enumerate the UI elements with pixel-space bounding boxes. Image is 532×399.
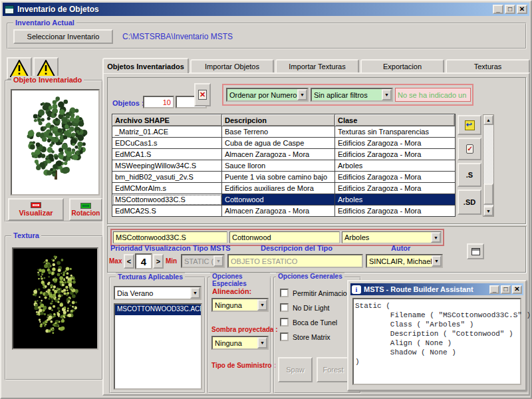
cell-descripcion[interactable]: Puente 1 via sobre camino bajo: [222, 172, 335, 183]
s-file-button[interactable]: .S: [458, 163, 481, 187]
chevron-down-icon[interactable]: ▼: [382, 89, 392, 100]
checkbox-icon[interactable]: [280, 318, 289, 327]
scrollbar-thumb[interactable]: [483, 184, 493, 205]
delete-object-button[interactable]: [194, 83, 211, 106]
cell-descripcion[interactable]: Almacen Zaragoza - Mora: [222, 149, 335, 160]
cell-clase[interactable]: Arboles: [335, 194, 455, 205]
priority-increase-button[interactable]: >: [153, 254, 164, 269]
cell-archivo[interactable]: bm_hidB02_vasuti_2v.S: [112, 172, 222, 183]
cell-clase[interactable]: Edificios Zaragoza - Mora: [335, 172, 455, 183]
tab-importar-objetos[interactable]: Importar Objetos: [190, 59, 274, 72]
rba-title-bar[interactable]: i MSTS - Route Builder Assistant _ □ ✕: [350, 283, 523, 295]
cell-clase[interactable]: Arboles: [335, 160, 455, 172]
minimize-button[interactable]: _: [493, 5, 503, 14]
table-row[interactable]: EDCuCas1.s Cuba de agua de Caspe Edifici…: [112, 138, 455, 149]
cell-archivo[interactable]: EdMCA2S.S: [112, 205, 222, 217]
scroll-down-icon[interactable]: ▼: [483, 206, 493, 216]
tab-importar-texturas[interactable]: Importar Texturas: [275, 59, 359, 72]
filter-text-input[interactable]: No se ha indicado un text: [395, 88, 471, 102]
sd-file-button[interactable]: .SD: [458, 190, 481, 215]
rba-code-view[interactable]: Static ( Filename ( "MSCottonwood33C.S" …: [352, 298, 521, 385]
cell-descripcion[interactable]: Cottonwood: [222, 194, 335, 205]
rba-maximize-button[interactable]: □: [501, 285, 511, 294]
chevron-down-icon[interactable]: ▼: [257, 337, 267, 348]
shape-field[interactable]: MSCottonwood33C.S: [113, 231, 227, 243]
clase-dropdown[interactable]: Arboles ▼: [342, 231, 442, 243]
chevron-down-icon[interactable]: ▼: [257, 299, 267, 311]
open-shape-button[interactable]: [458, 115, 481, 135]
column-header[interactable]: Archivo SHAPE: [112, 114, 222, 126]
cell-descripcion[interactable]: Base Terreno: [222, 126, 335, 138]
table-row[interactable]: MSWeepingWillow34C.S Sauce lloron Arbole…: [112, 160, 455, 172]
texture-list-item-selected[interactable]: MSCOTTONWOOD33C.ACE: [115, 305, 201, 315]
title-bar[interactable]: Inventario de Objetos _ □ ✕: [3, 3, 529, 16]
tab-texturas[interactable]: Texturas: [446, 59, 530, 72]
checkbox-icon[interactable]: [280, 289, 289, 297]
maximize-button[interactable]: □: [505, 5, 515, 14]
checkbox-no-dir-light[interactable]: No Dir Light: [280, 303, 329, 312]
cell-clase[interactable]: Edificios Zaragoza - Mora: [335, 183, 455, 194]
cell-clase[interactable]: Edificios Zaragoza - Mora: [335, 138, 455, 149]
form-tool-button[interactable]: [467, 243, 484, 259]
cell-archivo[interactable]: EDCuCas1.s: [112, 138, 222, 149]
clipboard-check-icon: [466, 144, 473, 154]
close-button[interactable]: ✕: [517, 5, 527, 14]
checkbox-store-matrix[interactable]: Store Matrix: [280, 332, 331, 341]
table-row[interactable]: bm_hidB02_vasuti_2v.S Puente 1 via sobre…: [112, 172, 455, 183]
chevron-down-icon[interactable]: ▼: [432, 255, 442, 267]
checkbox-boca-de-tunel[interactable]: Boca de Tunel: [280, 318, 337, 327]
table-row-selected[interactable]: MSCottonwood33C.S Cottonwood Arboles: [112, 194, 455, 205]
texture-list[interactable]: MSCOTTONWOOD33C.ACE: [114, 303, 202, 390]
sort-dropdown[interactable]: Ordenar por Numero ▼: [226, 88, 309, 102]
alineacion-dropdown[interactable]: Ninguna ▼: [211, 298, 269, 312]
seleccionar-inventario-button[interactable]: Seleccionar Inventario: [13, 29, 113, 44]
cell-descripcion[interactable]: Edificios auxiliares de Mora: [222, 183, 335, 194]
cell-clase[interactable]: Edificios Zaragoza - Mora: [335, 149, 455, 160]
rotacion-button[interactable]: Rotacion: [69, 198, 102, 221]
spaw-button[interactable]: Spaw: [278, 357, 313, 382]
checkbox-icon[interactable]: [280, 303, 289, 312]
checkbox-permitir-animacion[interactable]: Permitir Animacion: [280, 289, 351, 297]
sombra-dropdown[interactable]: Ninguna ▼: [211, 336, 269, 350]
chevron-down-icon[interactable]: ▼: [190, 287, 200, 299]
scroll-up-icon[interactable]: ▲: [483, 115, 493, 125]
tab-objetos-inventariados[interactable]: Objetos Inventariados: [102, 58, 189, 73]
tab-exportacion[interactable]: Exportacion: [360, 59, 444, 72]
visualizar-button[interactable]: Visualizar: [8, 198, 64, 221]
rba-minimize-button[interactable]: _: [489, 285, 499, 294]
cell-archivo[interactable]: EdMCMorAlm.s: [112, 183, 222, 194]
cell-clase[interactable]: Edificios Zaragoza - Mora: [335, 205, 455, 217]
autor-dropdown[interactable]: SINCLAIR, Michael ▼: [366, 254, 443, 268]
chevron-down-icon[interactable]: ▼: [297, 89, 307, 100]
cell-descripcion[interactable]: Sauce lloron: [222, 160, 335, 172]
cell-descripcion[interactable]: Cuba de agua de Caspe: [222, 138, 335, 149]
table-row[interactable]: EdMCMorAlm.s Edificios auxiliares de Mor…: [112, 183, 455, 194]
forest-button[interactable]: Forest: [317, 357, 350, 382]
descripcion-tipo-label: Descripcion del Tipo: [261, 244, 332, 252]
cell-archivo[interactable]: MSWeepingWillow34C.S: [112, 160, 222, 172]
cell-archivo[interactable]: _Matriz_01.ACE: [112, 126, 222, 138]
column-header[interactable]: Descripcion: [222, 114, 335, 126]
tab-label: Objetos Inventariados: [107, 63, 184, 70]
rba-window[interactable]: i MSTS - Route Builder Assistant _ □ ✕ S…: [347, 280, 527, 391]
cell-descripcion[interactable]: Almacen Zaragoza - Mora: [222, 205, 335, 217]
checklist-button[interactable]: [458, 138, 481, 160]
chevron-down-icon[interactable]: ▼: [431, 232, 441, 243]
priority-value-field[interactable]: 4: [135, 253, 152, 269]
filter-dropdown[interactable]: Sin aplicar filtros ▼: [311, 88, 393, 102]
rba-close-button[interactable]: ✕: [512, 285, 522, 294]
table-row[interactable]: _Matriz_01.ACE Base Terreno Texturas sin…: [112, 126, 455, 138]
cell-archivo[interactable]: EdMCA1.S: [112, 149, 222, 160]
cell-clase[interactable]: Texturas sin Transparencias: [335, 126, 455, 138]
tab-label: Exportacion: [383, 63, 422, 70]
cell-archivo[interactable]: MSCottonwood33C.S: [112, 194, 222, 205]
table-row[interactable]: EdMCA2S.S Almacen Zaragoza - Mora Edific…: [112, 205, 455, 217]
column-header[interactable]: Clase: [335, 114, 455, 126]
table-row[interactable]: EdMCA1.S Almacen Zaragoza - Mora Edifici…: [112, 149, 455, 160]
table-scrollbar[interactable]: ▲ ▼: [483, 114, 494, 217]
priority-decrease-button[interactable]: <: [124, 254, 134, 269]
textura-group: Textura: [5, 235, 103, 380]
descripcion-field[interactable]: Cottonwood: [229, 231, 340, 243]
season-dropdown[interactable]: Dia Verano ▼: [114, 286, 201, 300]
checkbox-icon[interactable]: [280, 332, 289, 341]
